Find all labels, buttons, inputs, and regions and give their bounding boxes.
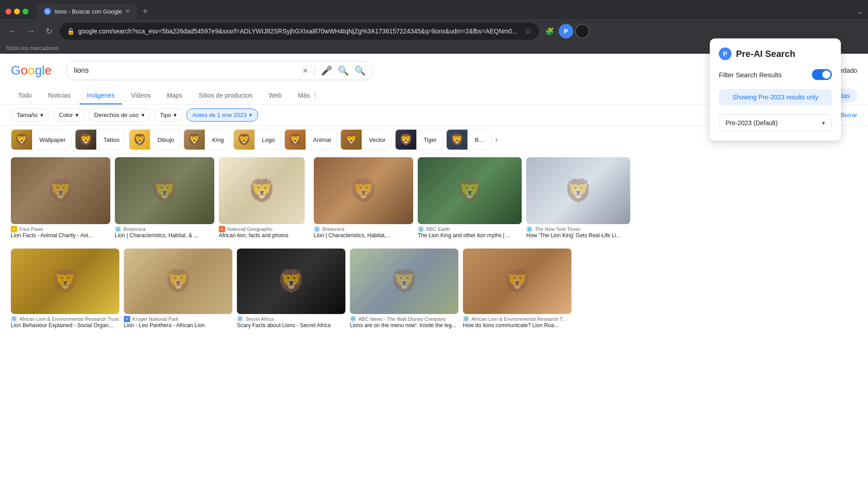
image-result-5[interactable]: 🦁 🌐 BBC Earth The Lion King and other li… <box>418 157 522 241</box>
image-column-r2-2: 🦁 K Kruger National Park Lion - Leo Pant… <box>124 249 232 331</box>
category-b[interactable]: 🦁 B... <box>446 129 491 150</box>
scroll-right-arrow[interactable]: › <box>495 135 498 145</box>
tab-mas[interactable]: Más ⋮ <box>291 87 325 104</box>
source-icon-r2-5: 🌐 <box>463 316 469 322</box>
image-result-r2-2[interactable]: 🦁 K Kruger National Park Lion - Leo Pant… <box>124 249 232 331</box>
type-filter[interactable]: Tipo ▾ <box>154 108 183 122</box>
pre-ai-search-popup: P Pre-AI Search Filter Search Results Sh… <box>710 38 841 141</box>
filter-toggle-row: Filter Search Results <box>719 69 832 80</box>
result-meta-5: 🌐 BBC Earth The Lion King and other lion… <box>418 224 522 241</box>
source-icon-r2-4: 🌐 <box>350 316 356 322</box>
source-name-4: Britannica <box>322 226 344 232</box>
result-source-2: 🌐 Britannica <box>115 226 214 232</box>
tab-videos[interactable]: Vídeos <box>124 87 158 104</box>
voice-search-button[interactable]: 🎤 <box>321 65 332 76</box>
result-source-5: 🌐 BBC Earth <box>418 226 522 232</box>
category-tattoo[interactable]: 🦁 Tattoo <box>75 129 125 150</box>
bookmarks-label: Todos los marcadores <box>5 45 58 52</box>
category-king[interactable]: 🦁 King <box>184 129 230 150</box>
category-animal[interactable]: 🦁 Animal <box>284 129 337 150</box>
theme-button[interactable] <box>575 24 590 38</box>
profile-avatar[interactable]: P <box>559 24 573 38</box>
category-king-image: 🦁 <box>184 129 205 150</box>
result-source-3: N National Geographic <box>219 226 309 232</box>
tab-expand-button[interactable]: ⌄ <box>857 7 863 16</box>
result-title-6: How 'The Lion King' Gets Real-Life Li... <box>526 232 630 239</box>
result-meta-r2-3: 🌐 Secret Africa Scary Facts about Lions … <box>237 314 345 331</box>
result-image-3: 🦁 <box>219 157 305 224</box>
active-tab[interactable]: G lions - Buscar con Google × <box>37 4 137 19</box>
image-result-2[interactable]: 🦁 🌐 Britannica Lion | Characteristics, H… <box>115 157 214 241</box>
date-range-dropdown[interactable]: Pre-2023 (Default) ▾ <box>719 114 832 131</box>
tab-todo[interactable]: Todo <box>11 87 39 104</box>
category-tiger[interactable]: 🦁 Tiger <box>395 129 443 150</box>
search-bar[interactable]: lions × | 🎤 🔍 🔍 <box>66 61 373 80</box>
result-meta-r2-4: 🌐 ABC News - The Walt Disney Company Lio… <box>350 314 458 331</box>
result-meta-3: N National Geographic African lion, fact… <box>219 224 309 241</box>
search-query: lions <box>74 66 297 75</box>
tab-imagenes[interactable]: Imágenes <box>80 87 122 104</box>
result-source-4: 🌐 Britannica <box>314 226 413 232</box>
forward-button[interactable]: → <box>24 24 38 38</box>
tab-close-button[interactable]: × <box>126 7 130 15</box>
source-name-1: Four Paws <box>19 226 43 232</box>
image-result-3[interactable]: 🦁 N National Geographic African lion, fa… <box>219 157 309 241</box>
lock-icon: 🔒 <box>67 28 75 35</box>
source-icon-r2-1: 🌐 <box>11 316 17 322</box>
delete-filter-button[interactable]: Borrar <box>841 112 857 118</box>
new-tab-button[interactable]: + <box>142 6 148 17</box>
nav-icons: 🧩 P <box>542 24 590 38</box>
category-vector-label: Vector <box>365 136 391 143</box>
category-dibujo-image: 🦁 <box>129 129 150 150</box>
category-logo[interactable]: 🦁 Logo <box>233 129 281 150</box>
refresh-button[interactable]: ↻ <box>42 24 56 38</box>
result-title-r2-2: Lion - Leo Panthera - African Lion <box>124 322 232 329</box>
image-result-r2-4[interactable]: 🦁 🌐 ABC News - The Walt Disney Company L… <box>350 249 458 331</box>
image-result-6[interactable]: 🦁 🌐 The New York Times How 'The Lion Kin… <box>526 157 630 241</box>
image-result-r2-5[interactable]: 🦁 🌐 African Lion & Environmental Researc… <box>463 249 571 331</box>
size-filter[interactable]: Tamaño ▾ <box>11 108 49 122</box>
close-window-button[interactable] <box>5 9 11 14</box>
dropdown-arrow-icon: ▾ <box>822 119 825 127</box>
dropdown-value: Pre-2023 (Default) <box>726 119 778 127</box>
color-filter[interactable]: Color ▾ <box>53 108 85 122</box>
source-icon-5: 🌐 <box>418 226 424 232</box>
google-logo[interactable]: Google <box>11 63 52 78</box>
image-result-r2-3[interactable]: 🦁 🌐 Secret Africa Scary Facts about Lion… <box>237 249 345 331</box>
tab-bar: G lions - Buscar con Google × + ⌄ <box>0 0 868 19</box>
result-image-5: 🦁 <box>418 157 522 224</box>
source-icon-1: P <box>11 226 17 232</box>
source-name-r2-3: Secret Africa <box>245 316 274 322</box>
category-dibujo[interactable]: 🦁 Dibujo <box>129 129 180 150</box>
image-result-4[interactable]: 🦁 🌐 Britannica Lion | Characteristics, H… <box>314 157 413 241</box>
search-submit-button[interactable]: 🔍 <box>354 65 366 76</box>
category-wallpaper[interactable]: 🦁 Wallpaper <box>11 129 71 150</box>
category-tiger-label: Tiger <box>420 136 442 143</box>
image-result-r2-1[interactable]: 🦁 🌐 African Lion & Environmental Researc… <box>11 249 119 331</box>
address-bar[interactable]: 🔒 google.com/search?sca_esv=5ba226dad545… <box>60 23 539 40</box>
minimize-window-button[interactable] <box>14 9 20 14</box>
bookmark-star-icon[interactable]: ☆ <box>524 26 532 36</box>
image-result-1[interactable]: 🦁 P Four Paws Lion Facts - Animal Charit… <box>11 157 110 241</box>
category-vector[interactable]: 🦁 Vector <box>340 129 392 150</box>
tab-maps[interactable]: Maps <box>160 87 189 104</box>
result-image-1: 🦁 <box>11 157 110 224</box>
back-button[interactable]: ← <box>5 24 20 38</box>
filter-toggle[interactable] <box>812 69 832 80</box>
tab-noticias[interactable]: Noticias <box>41 87 78 104</box>
search-clear-button[interactable]: × <box>302 66 308 76</box>
maximize-window-button[interactable] <box>23 9 28 14</box>
date-filter[interactable]: Antes de 1 ene 2023 ▾ <box>186 108 258 122</box>
rights-filter[interactable]: Derechos de uso ▾ <box>88 108 150 122</box>
extensions-button[interactable]: 🧩 <box>542 24 557 38</box>
divider: | <box>313 66 316 76</box>
tab-web[interactable]: Web <box>262 87 289 104</box>
result-title-2: Lion | Characteristics, Habitat, & ... <box>115 232 214 239</box>
result-image-4: 🦁 <box>314 157 413 224</box>
result-image-r2-3: 🦁 <box>237 249 345 314</box>
result-title-r2-3: Scary Facts about Lions - Secret Africa <box>237 322 345 329</box>
result-meta-r2-2: K Kruger National Park Lion - Leo Panthe… <box>124 314 232 331</box>
source-icon-r2-3: 🌐 <box>237 316 243 322</box>
image-search-button[interactable]: 🔍 <box>338 65 349 76</box>
tab-sitios[interactable]: Sitios de productos <box>191 87 259 104</box>
